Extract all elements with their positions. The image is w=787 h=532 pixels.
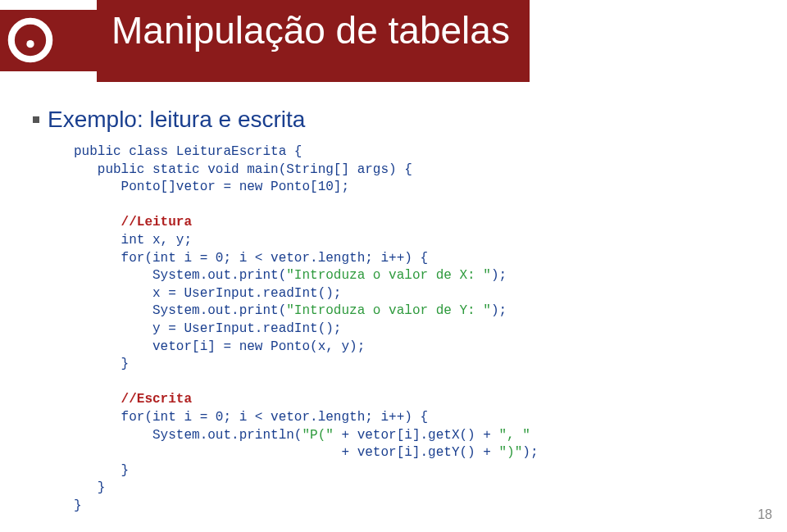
code-line: } [74,463,129,478]
code-line: } [74,480,105,495]
code-line: System.out.print( [74,303,286,318]
code-line [74,392,121,407]
page-number: 18 [757,507,772,522]
code-line: ); [491,268,507,283]
svg-point-1 [26,40,34,48]
code-block: public class LeituraEscrita { public sta… [74,143,539,515]
code-string: "P(" [302,428,333,443]
code-line: public static void main(String[] args) { [74,162,412,177]
code-line: System.out.println( [74,428,302,443]
bullet-icon [33,116,39,123]
code-line: + vetor[i].getX() + [334,428,499,443]
code-line: for(int i = 0; i < vetor.length; i++) { [74,410,428,425]
code-line: y = UserInput.readInt(); [74,321,341,336]
ring-logo-icon [7,16,54,64]
code-string: "Introduza o valor de X: " [286,268,491,283]
code-string: ", " [499,428,530,443]
code-line: } [74,357,129,371]
code-comment: //Escrita [121,392,192,407]
code-line: public class LeituraEscrita { [74,144,302,159]
code-line: for(int i = 0; i < vetor.length; i++) { [74,251,428,266]
code-line: } [74,498,82,513]
code-line [74,215,121,230]
code-string: "Introduza o valor de Y: " [286,303,491,318]
bullet-row: Exemplo: leitura e escrita [33,107,305,133]
code-line: ); [522,445,538,460]
title-band [0,10,98,71]
code-line: int x, y; [74,233,192,248]
code-line: x = UserInput.readInt(); [74,286,341,301]
code-line: ); [491,303,507,318]
code-line: + vetor[i].getY() + [74,445,498,460]
slide-title-block: Manipulação de tabelas [97,0,530,82]
code-line: vetor[i] = new Ponto(x, y); [74,339,365,354]
bullet-text: Exemplo: leitura e escrita [48,107,305,133]
code-string: ")" [498,445,522,460]
code-comment: //Leitura [121,215,192,230]
slide-title: Manipulação de tabelas [111,9,510,52]
code-line: System.out.print( [74,268,286,283]
code-line: Ponto[]vetor = new Ponto[10]; [74,180,349,194]
